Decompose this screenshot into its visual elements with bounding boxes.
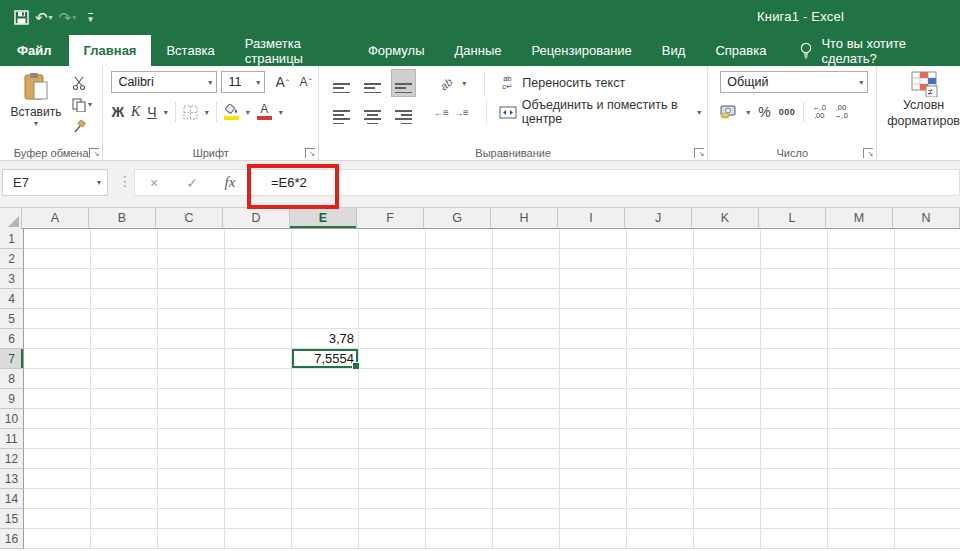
row-header-2[interactable]: 2 [0, 249, 24, 269]
cell-E2[interactable] [292, 249, 359, 269]
cell-I2[interactable] [560, 249, 627, 269]
cell-I7[interactable] [560, 349, 627, 369]
cell-F2[interactable] [359, 249, 426, 269]
cell-D5[interactable] [225, 309, 292, 329]
tab-page-layout[interactable]: Разметка страницы [230, 35, 353, 66]
cell-F6[interactable] [359, 329, 426, 349]
cell-C12[interactable] [158, 449, 225, 469]
cell-J6[interactable] [627, 329, 694, 349]
cell-J5[interactable] [627, 309, 694, 329]
cell-F10[interactable] [359, 409, 426, 429]
cell-B12[interactable] [91, 449, 158, 469]
cell-C7[interactable] [158, 349, 225, 369]
cell-A4[interactable] [24, 289, 91, 309]
cell-G2[interactable] [426, 249, 493, 269]
column-header-C[interactable]: C [156, 208, 223, 228]
cell-G1[interactable] [426, 229, 493, 249]
cell-E11[interactable] [292, 429, 359, 449]
cell-C5[interactable] [158, 309, 225, 329]
cell-B15[interactable] [91, 509, 158, 529]
cell-L15[interactable] [761, 509, 828, 529]
column-header-G[interactable]: G [424, 208, 491, 228]
cell-I6[interactable] [560, 329, 627, 349]
cell-H5[interactable] [493, 309, 560, 329]
align-center-button[interactable] [360, 96, 385, 128]
cell-I8[interactable] [560, 369, 627, 389]
paste-button[interactable]: Вставить ▾ [8, 72, 64, 142]
copy-button[interactable]: ▾ [72, 96, 92, 113]
orientation-button[interactable]: ab [436, 72, 456, 95]
tab-data[interactable]: Данные [439, 35, 516, 66]
formula-bar-grip-icon[interactable]: ⋮ [118, 173, 132, 189]
cell-N11[interactable] [895, 429, 960, 449]
cell-L12[interactable] [761, 449, 828, 469]
cell-I14[interactable] [560, 489, 627, 509]
redo-dropdown-icon[interactable]: ▾ [72, 13, 76, 22]
cell-H2[interactable] [493, 249, 560, 269]
cell-C13[interactable] [158, 469, 225, 489]
column-header-L[interactable]: L [759, 208, 826, 228]
cell-K5[interactable] [694, 309, 761, 329]
cell-G14[interactable] [426, 489, 493, 509]
name-box-dropdown-icon[interactable]: ▾ [97, 178, 101, 187]
cell-B8[interactable] [91, 369, 158, 389]
cell-D13[interactable] [225, 469, 292, 489]
cell-M8[interactable] [828, 369, 895, 389]
merge-center-dropdown-icon[interactable]: ▾ [697, 108, 701, 117]
cell-M1[interactable] [828, 229, 895, 249]
cell-J1[interactable] [627, 229, 694, 249]
align-left-button[interactable] [329, 96, 354, 128]
cell-A1[interactable] [24, 229, 91, 249]
tell-me-search[interactable]: Что вы хотите сделать? [799, 35, 960, 66]
font-size-combo[interactable]: 11 ▾ [221, 71, 265, 93]
undo-button[interactable]: ↶▾ [35, 9, 53, 27]
cell-J11[interactable] [627, 429, 694, 449]
cell-G10[interactable] [426, 409, 493, 429]
decrease-decimal-button[interactable]: ,00 →,0 [834, 104, 848, 120]
cell-B2[interactable] [91, 249, 158, 269]
cell-A3[interactable] [24, 269, 91, 289]
cell-I3[interactable] [560, 269, 627, 289]
cell-A16[interactable] [24, 529, 91, 549]
accounting-format-button[interactable] [720, 105, 738, 119]
cell-G5[interactable] [426, 309, 493, 329]
row-header-11[interactable]: 11 [0, 429, 24, 449]
cell-F15[interactable] [359, 509, 426, 529]
row-header-6[interactable]: 6 [0, 329, 24, 349]
cell-M10[interactable] [828, 409, 895, 429]
cell-J9[interactable] [627, 389, 694, 409]
cell-A15[interactable] [24, 509, 91, 529]
font-color-button[interactable]: А [257, 104, 272, 120]
tab-view[interactable]: Вид [647, 35, 701, 66]
cell-N9[interactable] [895, 389, 960, 409]
row-header-10[interactable]: 10 [0, 409, 24, 429]
cell-G13[interactable] [426, 469, 493, 489]
cell-C11[interactable] [158, 429, 225, 449]
borders-button[interactable] [183, 105, 198, 120]
tab-help[interactable]: Справка [700, 35, 781, 66]
percent-style-button[interactable]: % [758, 104, 770, 120]
cell-L7[interactable] [761, 349, 828, 369]
cell-F3[interactable] [359, 269, 426, 289]
cell-M14[interactable] [828, 489, 895, 509]
column-header-E[interactable]: E [290, 208, 357, 228]
cell-I1[interactable] [560, 229, 627, 249]
cell-E1[interactable] [292, 229, 359, 249]
cell-A10[interactable] [24, 409, 91, 429]
cell-L4[interactable] [761, 289, 828, 309]
cell-K12[interactable] [694, 449, 761, 469]
cell-G6[interactable] [426, 329, 493, 349]
cell-I9[interactable] [560, 389, 627, 409]
cell-L5[interactable] [761, 309, 828, 329]
underline-dropdown-icon[interactable]: ▾ [164, 108, 168, 117]
cell-C6[interactable] [158, 329, 225, 349]
cell-M9[interactable] [828, 389, 895, 409]
cell-E7[interactable]: 7,5554 [292, 349, 359, 369]
font-color-dropdown-icon[interactable]: ▾ [279, 108, 283, 117]
cell-A12[interactable] [24, 449, 91, 469]
tab-formulas[interactable]: Формулы [353, 35, 440, 66]
cell-D15[interactable] [225, 509, 292, 529]
borders-dropdown-icon[interactable]: ▾ [205, 108, 209, 117]
cell-N7[interactable] [895, 349, 960, 369]
font-size-dropdown-icon[interactable]: ▾ [256, 78, 260, 87]
